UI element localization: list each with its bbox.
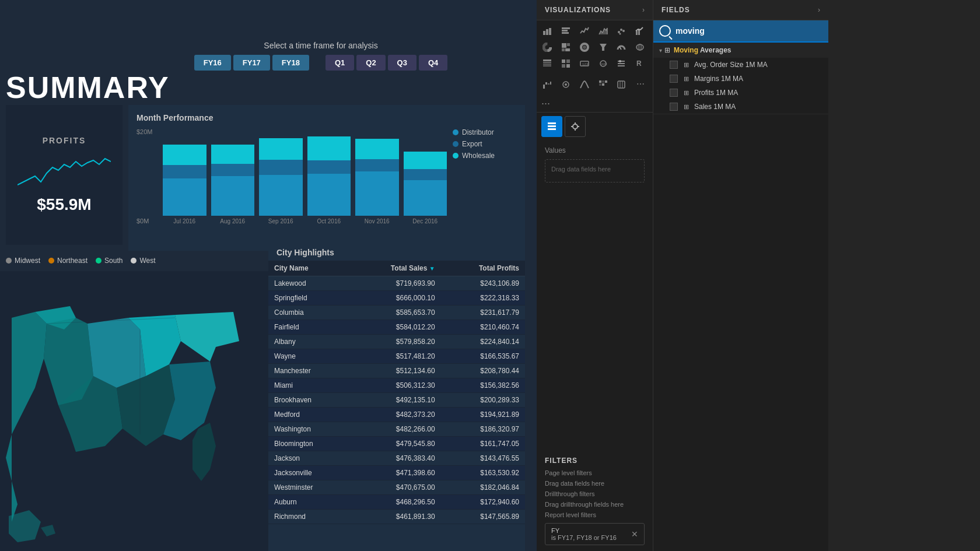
viz-icon-py3[interactable] (613, 76, 629, 93)
tree-item-sales[interactable]: ⊞ Sales 1M MA (653, 100, 828, 114)
viz-icon-funnel[interactable] (595, 39, 611, 55)
table-row[interactable]: Westminster$470,675.00$182,046.84 (268, 480, 525, 495)
svg-rect-52 (602, 80, 604, 83)
viz-icon-bar[interactable] (558, 23, 574, 39)
filter-close-icon[interactable]: ✕ (631, 529, 638, 539)
viz-fields-button[interactable] (541, 116, 562, 137)
filter-tag-name: FY (551, 527, 617, 534)
values-drop-zone[interactable]: Drag data fields here (545, 159, 645, 183)
bar-segment (355, 171, 399, 216)
table-row[interactable]: Auburn$468,296.50$172,940.60 (268, 495, 525, 510)
fields-search[interactable] (653, 20, 828, 43)
viz-icon-matrix[interactable] (558, 55, 574, 72)
viz-icon-flow[interactable] (576, 76, 593, 93)
legend-wholesale: Wholesale (453, 152, 517, 160)
viz-format-button[interactable] (565, 116, 586, 137)
viz-icon-scatter[interactable] (613, 23, 629, 39)
svg-rect-54 (599, 83, 601, 86)
viz-icon-table[interactable] (539, 55, 555, 72)
fy18-button[interactable]: FY18 (272, 55, 309, 71)
table-row[interactable]: Columbia$585,653.70$231,617.79 (268, 306, 525, 320)
table-cell: $666,000.10 (351, 291, 441, 306)
viz-icon-map[interactable] (632, 39, 648, 55)
bar-segment (404, 169, 447, 180)
tree-item-avg-order[interactable]: ⊞ Avg. Order Size 1M MA (653, 58, 828, 72)
tree-group-header[interactable]: ▾ ⊞ Moving Averages (653, 43, 828, 58)
viz-icon-slicer[interactable] (613, 55, 629, 72)
table-row[interactable]: Bloomington$479,545.80$161,747.05 (268, 437, 525, 451)
table-cell: $163,530.92 (441, 466, 525, 480)
svg-text:123: 123 (582, 62, 589, 66)
legend-dot-export (453, 141, 459, 147)
svg-rect-7 (562, 30, 568, 31)
viz-icon-heatmap[interactable] (595, 76, 611, 93)
viz-icon-py4[interactable]: ⋯ (632, 76, 648, 93)
tree-checkbox-margins[interactable] (670, 75, 678, 83)
table-cell: Miami (268, 378, 351, 393)
viz-icon-treemap[interactable] (558, 39, 574, 55)
col-city[interactable]: City Name (268, 261, 351, 276)
viz-chevron-icon[interactable]: › (642, 6, 645, 14)
fields-chevron-icon[interactable]: › (818, 6, 820, 14)
viz-icon-line[interactable] (576, 23, 593, 39)
page-title: SUMMARY (6, 70, 170, 105)
svg-rect-31 (543, 65, 551, 66)
table-cell: $224,840.14 (441, 335, 525, 349)
tree-item-icon-margins: ⊞ (681, 75, 691, 83)
svg-rect-32 (562, 59, 565, 63)
table-row[interactable]: Albany$579,858.20$224,840.14 (268, 335, 525, 349)
timeframe-bar: Select a time frame for analysis FY16 FY… (117, 41, 525, 71)
svg-text:R: R (636, 59, 642, 68)
tree-checkbox-sales[interactable] (670, 103, 678, 111)
table-row[interactable]: Jacksonville$471,398.60$163,530.92 (268, 466, 525, 480)
bar-segment (404, 180, 447, 216)
more-icon[interactable]: ··· (537, 95, 653, 112)
table-row[interactable]: Washington$482,266.00$186,320.97 (268, 422, 525, 437)
table-row[interactable]: Manchester$512,134.60$208,780.44 (268, 364, 525, 378)
table-row[interactable]: Miami$506,312.30$156,382.56 (268, 378, 525, 393)
viz-icon-pie[interactable] (539, 39, 555, 55)
table-row[interactable]: Brookhaven$492,135.10$200,289.33 (268, 393, 525, 408)
tree-item-profits[interactable]: ⊞ Profits 1M MA (653, 86, 828, 100)
search-input[interactable] (676, 26, 822, 36)
svg-rect-13 (636, 31, 638, 35)
svg-point-50 (565, 83, 567, 86)
tree-item-margins[interactable]: ⊞ Margins 1M MA (653, 72, 828, 86)
profits-label: PROFITS (43, 136, 86, 145)
viz-icon-combo[interactable] (632, 23, 648, 39)
svg-point-43 (619, 60, 621, 62)
viz-icon-custom[interactable]: R (632, 55, 648, 72)
tree-checkbox-avg-order[interactable] (670, 61, 678, 69)
table-row[interactable]: Wayne$517,481.20$166,535.67 (268, 349, 525, 364)
svg-rect-51 (599, 80, 601, 83)
q2-button[interactable]: Q2 (356, 55, 385, 71)
viz-icon-stacked-bar[interactable] (539, 23, 555, 39)
svg-rect-29 (543, 62, 551, 63)
table-row[interactable]: Richmond$461,891.30$147,565.89 (268, 510, 525, 524)
values-label: Values (545, 146, 645, 155)
viz-icon-area[interactable] (595, 23, 611, 39)
table-row[interactable]: Fairfield$584,012.20$210,460.74 (268, 320, 525, 335)
viz-icon-py2[interactable] (558, 76, 574, 93)
viz-icon-waterfal[interactable] (539, 76, 555, 93)
viz-icon-kpi[interactable]: KPI (595, 55, 611, 72)
viz-icon-card[interactable]: 123 (576, 55, 593, 72)
table-row[interactable]: Springfield$666,000.10$222,318.33 (268, 291, 525, 306)
viz-icon-donut[interactable] (576, 39, 593, 55)
q3-button[interactable]: Q3 (388, 55, 416, 71)
q1-button[interactable]: Q1 (326, 55, 354, 71)
fy17-button[interactable]: FY17 (233, 55, 270, 71)
fy16-button[interactable]: FY16 (194, 55, 231, 71)
tree-checkbox-profits[interactable] (670, 89, 678, 97)
table-row[interactable]: Jackson$476,383.40$143,476.55 (268, 451, 525, 466)
col-profits[interactable]: Total Profits (441, 261, 525, 276)
svg-point-9 (618, 31, 620, 33)
legend-dot-wholesale (453, 153, 459, 159)
bar-segment (307, 160, 351, 174)
bar-group-1: Aug 2016 (211, 128, 255, 224)
q4-button[interactable]: Q4 (419, 55, 447, 71)
table-row[interactable]: Medford$482,373.20$194,921.89 (268, 408, 525, 422)
table-row[interactable]: Lakewood$719,693.90$243,106.89 (268, 276, 525, 291)
col-sales[interactable]: Total Sales ▼ (351, 261, 441, 276)
viz-icon-gauge[interactable] (613, 39, 629, 55)
